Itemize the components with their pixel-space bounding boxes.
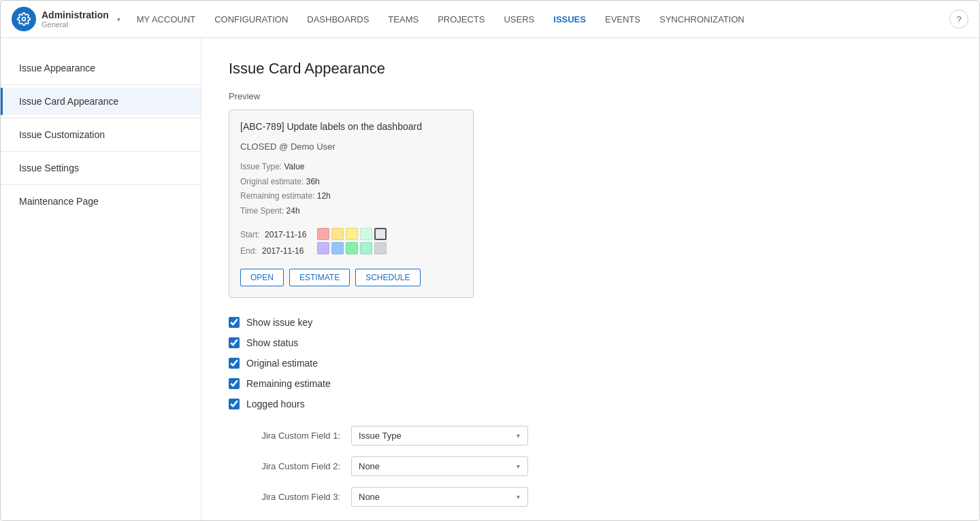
card-start-row: Start: 2017-11-16 bbox=[240, 226, 306, 243]
card-preview: [ABC-789] Update labels on the dashboard… bbox=[229, 110, 474, 298]
card-time-spent-value: 24h bbox=[287, 206, 300, 216]
nav-my-account[interactable]: MY ACCOUNT bbox=[137, 14, 195, 24]
card-fields: Issue Type: Value Original estimate: 36h… bbox=[240, 160, 462, 218]
custom-field-3-select[interactable]: None Issue Type Story Points Priority As… bbox=[351, 487, 528, 507]
remaining-estimate-checkbox[interactable] bbox=[229, 378, 240, 389]
checkbox-row-original-estimate: Original estimate bbox=[229, 358, 952, 369]
swatch-9[interactable] bbox=[374, 242, 387, 254]
custom-field-3-label: Jira Custom Field 3: bbox=[229, 492, 351, 502]
card-issue-type-row: Issue Type: Value bbox=[240, 160, 462, 175]
card-original-estimate-label: Original estimate: bbox=[240, 177, 304, 186]
card-end-value: 2017-11-16 bbox=[262, 246, 304, 256]
swatch-0[interactable] bbox=[317, 228, 329, 240]
show-issue-key-checkbox[interactable] bbox=[229, 317, 240, 328]
sidebar: Issue Appearance Issue Card Appearance I… bbox=[1, 38, 201, 520]
sidebar-divider-1 bbox=[1, 84, 201, 85]
custom-field-2-label: Jira Custom Field 2: bbox=[229, 461, 351, 471]
open-button[interactable]: OPEN bbox=[240, 269, 284, 286]
card-title: [ABC-789] Update labels on the dashboard bbox=[240, 121, 462, 132]
custom-field-row-2: Jira Custom Field 2: None Issue Type Sto… bbox=[229, 456, 952, 476]
card-original-estimate-value: 36h bbox=[306, 177, 320, 186]
swatch-5[interactable] bbox=[317, 242, 329, 254]
swatch-8[interactable] bbox=[360, 242, 372, 254]
card-start-label: Start: bbox=[240, 230, 260, 239]
card-time-spent-row: Time Spent: 24h bbox=[240, 204, 462, 219]
card-remaining-estimate-row: Remaining estimate: 12h bbox=[240, 189, 462, 204]
checkbox-section: Show issue key Show status Original esti… bbox=[229, 317, 952, 409]
top-nav: Administration General ▾ MY ACCOUNT CONF… bbox=[1, 1, 979, 38]
nav-projects[interactable]: PROJECTS bbox=[438, 14, 485, 24]
logo-icon bbox=[12, 7, 36, 31]
color-swatches bbox=[317, 228, 387, 254]
sidebar-divider-3 bbox=[1, 151, 201, 152]
app-subtitle: General bbox=[42, 20, 109, 29]
page-title: Issue Card Appearance bbox=[229, 60, 952, 78]
logged-hours-checkbox[interactable] bbox=[229, 399, 240, 409]
swatch-4[interactable] bbox=[374, 228, 387, 240]
nav-dashboards[interactable]: DASHBOARDS bbox=[307, 14, 369, 24]
logo-section[interactable]: Administration General ▾ bbox=[12, 7, 120, 31]
custom-field-3-select-wrapper: None Issue Type Story Points Priority As… bbox=[351, 487, 528, 507]
remaining-estimate-label: Remaining estimate bbox=[246, 378, 331, 389]
custom-field-2-select[interactable]: None Issue Type Story Points Priority As… bbox=[351, 456, 528, 476]
show-status-label: Show status bbox=[246, 337, 298, 348]
swatch-7[interactable] bbox=[346, 242, 358, 254]
nav-issues[interactable]: ISSUES bbox=[553, 14, 586, 24]
checkbox-row-logged-hours: Logged hours bbox=[229, 399, 952, 409]
sidebar-divider-2 bbox=[1, 118, 201, 118]
original-estimate-label: Original estimate bbox=[246, 358, 318, 369]
sidebar-divider-4 bbox=[1, 184, 201, 185]
schedule-button[interactable]: SCHEDULE bbox=[355, 269, 420, 286]
sidebar-item-issue-customization[interactable]: Issue Customization bbox=[1, 121, 201, 148]
swatch-2[interactable] bbox=[346, 228, 358, 240]
card-end-row: End: 2017-11-16 bbox=[240, 243, 306, 259]
custom-field-1-label: Jira Custom Field 1: bbox=[229, 431, 351, 441]
nav-links: MY ACCOUNT CONFIGURATION DASHBOARDS TEAM… bbox=[137, 14, 949, 24]
card-original-estimate-row: Original estimate: 36h bbox=[240, 175, 462, 190]
card-dates: Start: 2017-11-16 End: 2017-11-16 bbox=[240, 226, 306, 259]
sidebar-item-issue-settings[interactable]: Issue Settings bbox=[1, 154, 201, 182]
custom-field-2-select-wrapper: None Issue Type Story Points Priority As… bbox=[351, 456, 528, 476]
nav-users[interactable]: USERS bbox=[504, 14, 534, 24]
card-remaining-estimate-value: 12h bbox=[317, 191, 331, 201]
custom-field-1-select-wrapper: None Issue Type Story Points Priority As… bbox=[351, 426, 528, 446]
show-issue-key-label: Show issue key bbox=[246, 317, 312, 328]
custom-field-row-3: Jira Custom Field 3: None Issue Type Sto… bbox=[229, 487, 952, 507]
custom-fields-section: Jira Custom Field 1: None Issue Type Sto… bbox=[229, 426, 952, 507]
preview-label: Preview bbox=[229, 91, 952, 101]
help-button[interactable]: ? bbox=[949, 10, 968, 29]
swatch-3[interactable] bbox=[360, 228, 372, 240]
card-dates-colors: Start: 2017-11-16 End: 2017-11-16 bbox=[240, 226, 462, 259]
svg-point-0 bbox=[22, 18, 26, 21]
swatch-1[interactable] bbox=[331, 228, 344, 240]
card-start-value: 2017-11-16 bbox=[265, 230, 306, 239]
sidebar-item-issue-card-appearance[interactable]: Issue Card Appearance bbox=[1, 88, 201, 115]
logo-dropdown-arrow: ▾ bbox=[117, 16, 120, 23]
card-issue-type-value: Value bbox=[284, 162, 305, 171]
card-time-spent-label: Time Spent: bbox=[240, 206, 284, 216]
show-status-checkbox[interactable] bbox=[229, 337, 240, 348]
custom-field-1-select[interactable]: None Issue Type Story Points Priority As… bbox=[351, 426, 528, 446]
original-estimate-checkbox[interactable] bbox=[229, 358, 240, 369]
nav-events[interactable]: EVENTS bbox=[605, 14, 640, 24]
nav-synchronization[interactable]: SYNCHRONIZATION bbox=[659, 14, 745, 24]
checkbox-row-remaining-estimate: Remaining estimate bbox=[229, 378, 952, 389]
main-content: Issue Card Appearance Preview [ABC-789] … bbox=[201, 38, 979, 520]
card-end-label: End: bbox=[240, 246, 257, 256]
card-issue-type-label: Issue Type: bbox=[240, 162, 282, 171]
swatch-6[interactable] bbox=[331, 242, 344, 254]
logged-hours-label: Logged hours bbox=[246, 399, 305, 409]
card-status: CLOSED @ Demo User bbox=[240, 141, 462, 152]
custom-field-row-1: Jira Custom Field 1: None Issue Type Sto… bbox=[229, 426, 952, 446]
estimate-button[interactable]: ESTIMATE bbox=[289, 269, 350, 286]
sidebar-item-maintenance-page[interactable]: Maintenance Page bbox=[1, 188, 201, 215]
nav-configuration[interactable]: CONFIGURATION bbox=[214, 14, 288, 24]
app-title-group: Administration General bbox=[42, 10, 109, 29]
body-layout: Issue Appearance Issue Card Appearance I… bbox=[1, 38, 979, 520]
app-title: Administration bbox=[42, 10, 109, 20]
sidebar-item-issue-appearance[interactable]: Issue Appearance bbox=[1, 54, 201, 82]
card-remaining-estimate-label: Remaining estimate: bbox=[240, 191, 314, 201]
checkbox-row-show-issue-key: Show issue key bbox=[229, 317, 952, 328]
nav-teams[interactable]: TEAMS bbox=[388, 14, 419, 24]
checkbox-row-show-status: Show status bbox=[229, 337, 952, 348]
